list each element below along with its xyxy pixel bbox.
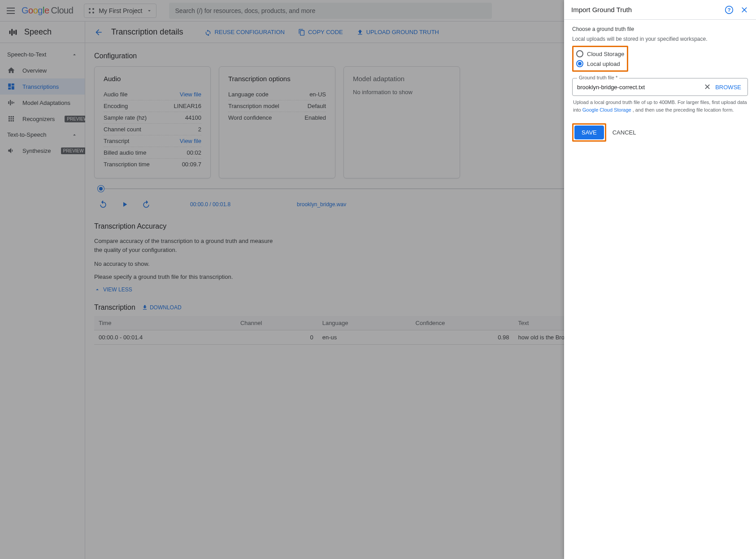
save-button[interactable]: SAVE (574, 126, 604, 139)
choose-label: Choose a ground truth file (572, 26, 748, 32)
gcs-link[interactable]: Google Cloud Storage (582, 107, 631, 113)
radio-local-upload[interactable]: Local upload (575, 59, 625, 69)
ground-truth-file-field[interactable]: Ground truth file * ✕ BROWSE (572, 78, 748, 96)
cancel-button[interactable]: CANCEL (613, 129, 636, 136)
clear-icon[interactable]: ✕ (701, 82, 713, 92)
field-label: Ground truth file * (577, 75, 619, 80)
sheet-title: Import Ground Truth (571, 6, 632, 13)
local-note: Local uploads will be stored in your spe… (572, 36, 748, 42)
upload-source-radio-group: Cloud Storage Local upload (572, 46, 628, 72)
radio-icon (576, 50, 583, 57)
radio-icon (576, 60, 583, 67)
ground-truth-file-input[interactable] (577, 84, 701, 91)
radio-cloud-storage[interactable]: Cloud Storage (575, 49, 625, 59)
svg-text:?: ? (727, 7, 730, 13)
help-icon[interactable]: ? (725, 5, 734, 14)
upload-hint: Upload a local ground truth file of up t… (573, 99, 747, 113)
close-icon[interactable] (740, 5, 749, 14)
import-ground-truth-panel: Import Ground Truth ? Choose a ground tr… (564, 0, 756, 559)
browse-button[interactable]: BROWSE (713, 84, 743, 91)
